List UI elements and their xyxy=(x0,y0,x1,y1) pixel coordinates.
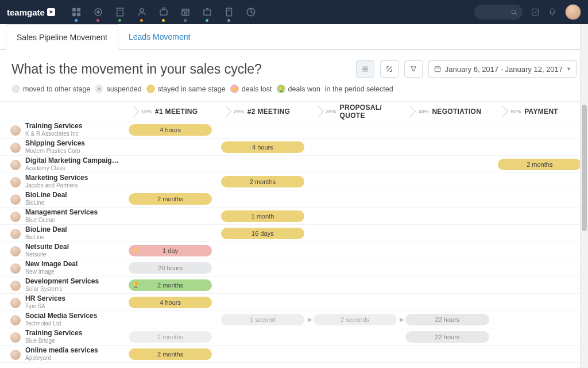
cell-stage-3 xyxy=(403,141,496,153)
search-icon xyxy=(510,9,518,16)
deal-row[interactable]: BioLine DealBioLine16 days xyxy=(0,225,588,242)
duration-pill[interactable]: 4 hours xyxy=(129,124,212,136)
nav-icon-1[interactable] xyxy=(87,0,109,24)
duration-pill[interactable]: 2 months xyxy=(129,331,212,343)
date-range-button[interactable]: January 6, 2017 - January 12, 2017 ▼ xyxy=(428,60,577,78)
duration-pill[interactable]: 4 hours xyxy=(221,141,304,153)
duration-pill[interactable]: 2 months xyxy=(129,193,212,205)
nav-icon-6[interactable] xyxy=(196,0,218,24)
deal-org: Jacobs and Partners xyxy=(25,182,88,189)
svg-line-18 xyxy=(515,13,517,15)
scroll-thumb[interactable] xyxy=(582,105,587,231)
search-button[interactable] xyxy=(474,5,523,20)
cell-stage-0: ⚡1 day xyxy=(126,245,219,256)
legend-lost: ⚡deals lost xyxy=(230,85,272,93)
cell-stage-0 xyxy=(126,176,219,187)
nav-icon-7[interactable] xyxy=(218,0,240,24)
duration-pill[interactable]: 1 second xyxy=(221,314,304,325)
deal-name: Social Media Services xyxy=(25,312,97,320)
cell-stage-0: 4 hours xyxy=(126,124,219,136)
deal-info: Netsuite DealNetsuite xyxy=(0,243,126,257)
cell-stage-1: 1 month xyxy=(219,210,311,222)
duration-pill[interactable]: 22 hours xyxy=(405,331,489,343)
duration-pill[interactable]: 16 days xyxy=(221,228,304,239)
deal-row[interactable]: Training ServicesBlue Bridge2 months22 h… xyxy=(0,328,588,346)
legend-suspended: ✕suspended xyxy=(95,85,141,93)
owner-avatar xyxy=(10,281,21,291)
deal-row[interactable]: Management ServicesBlue Ocean1 month xyxy=(0,208,588,225)
deal-row[interactable]: HR ServicesTips SA4 hours xyxy=(0,294,588,311)
owner-avatar xyxy=(10,194,21,205)
list-icon xyxy=(361,65,369,73)
cell-stage-1 xyxy=(219,279,311,291)
duration-pill[interactable]: 2 seconds xyxy=(314,314,397,325)
deal-row[interactable]: Marketing ServicesJacobs and Partners2 m… xyxy=(0,173,588,190)
deal-info: Development ServicesSolar Systems xyxy=(0,278,126,292)
cell-stage-0: 2 months xyxy=(126,348,219,360)
page-title: What is the movement in your sales cycle… xyxy=(11,62,350,77)
chevron-down-icon: ▼ xyxy=(566,66,571,72)
user-avatar[interactable] xyxy=(565,4,581,20)
cell-stage-1: 4 hours xyxy=(219,141,311,153)
deal-info: Training ServicesBlue Bridge xyxy=(0,329,126,343)
deal-name: Marketing Services xyxy=(25,174,88,182)
owner-avatar xyxy=(10,263,21,274)
duration-pill[interactable]: 4 hours xyxy=(129,297,212,308)
deal-info: Training ServicesK & R Associates Inc xyxy=(0,122,126,136)
cell-stage-2 xyxy=(311,297,404,308)
duration-pill[interactable]: 2 months xyxy=(498,159,581,170)
deal-row[interactable]: Digital Marketing Campaign S...Academy C… xyxy=(0,156,588,173)
filter-button[interactable] xyxy=(404,60,423,78)
deal-info: Social Media ServicesTechnolad Ltd xyxy=(0,312,126,326)
deal-row[interactable]: Social Media ServicesTechnolad Ltd1 seco… xyxy=(0,311,588,328)
deal-row[interactable]: BioLine DealBioLine2 months xyxy=(0,190,588,208)
legend-period: in the period selected xyxy=(325,85,393,93)
tab-leads-movement[interactable]: Leads Movement xyxy=(118,24,200,49)
duration-pill[interactable]: 🏆2 months xyxy=(129,279,212,291)
svg-rect-19 xyxy=(532,9,539,16)
tab-sales-pipeline-movement[interactable]: Sales Pipeline Movement xyxy=(6,24,118,50)
deal-row[interactable]: Online media servicesAppleyard2 months xyxy=(0,346,588,363)
cell-stage-3 xyxy=(403,228,496,239)
duration-label: 1 month xyxy=(252,213,274,220)
owner-avatar xyxy=(10,143,21,153)
bell-icon[interactable] xyxy=(548,7,557,17)
list-view-button[interactable] xyxy=(356,60,374,78)
owner-avatar xyxy=(10,229,21,239)
nav-icon-5[interactable]: 13 xyxy=(175,0,196,24)
svg-rect-23 xyxy=(435,67,440,72)
deal-name: Training Services xyxy=(25,122,82,130)
nav-icon-reports[interactable] xyxy=(240,0,262,24)
deal-row[interactable]: Netsuite DealNetsuite⚡1 day xyxy=(0,242,588,259)
deal-row[interactable]: Training ServicesK & R Associates Inc4 h… xyxy=(0,121,588,139)
duration-pill[interactable]: ⚡1 day xyxy=(129,245,212,256)
nav-icon-2[interactable] xyxy=(109,0,131,24)
duration-label: 2 seconds xyxy=(341,316,369,323)
status-icon: ⚡ xyxy=(132,247,139,254)
legend-stayed: stayed in same stage xyxy=(146,85,226,93)
duration-pill[interactable]: 22 hours xyxy=(405,314,489,325)
legend-moved: moved to other stage xyxy=(11,85,90,93)
duration-pill[interactable]: 2 months xyxy=(221,176,304,187)
expand-button[interactable] xyxy=(380,60,399,78)
tasks-icon[interactable] xyxy=(531,7,540,17)
duration-pill[interactable]: 2 months xyxy=(129,348,212,360)
deal-row[interactable]: New Image DealNew Image20 hours xyxy=(0,259,588,277)
duration-pill[interactable]: 20 hours xyxy=(129,262,212,274)
cell-stage-3 xyxy=(403,193,496,205)
nav-icon-0[interactable] xyxy=(65,0,87,24)
nav-icon-3[interactable] xyxy=(131,0,153,24)
cell-stage-0 xyxy=(126,210,219,222)
logo[interactable]: teamgate ✦ xyxy=(7,7,55,17)
deal-row[interactable]: Shipping ServicesModern Plastics Corp4 h… xyxy=(0,139,588,156)
cell-stage-2 xyxy=(311,245,404,256)
nav-icon-4[interactable] xyxy=(153,0,175,24)
duration-label: 2 months xyxy=(157,334,183,340)
cell-stage-1 xyxy=(219,262,311,274)
nav-icons: 13 xyxy=(65,0,262,24)
cell-stage-0 xyxy=(126,141,219,153)
stage--2-meeting: 25%#2 MEETING xyxy=(219,102,311,121)
scrollbar[interactable] xyxy=(580,24,588,363)
duration-pill[interactable]: 1 month xyxy=(221,210,304,222)
deal-row[interactable]: Development ServicesSolar Systems🏆2 mont… xyxy=(0,277,588,294)
